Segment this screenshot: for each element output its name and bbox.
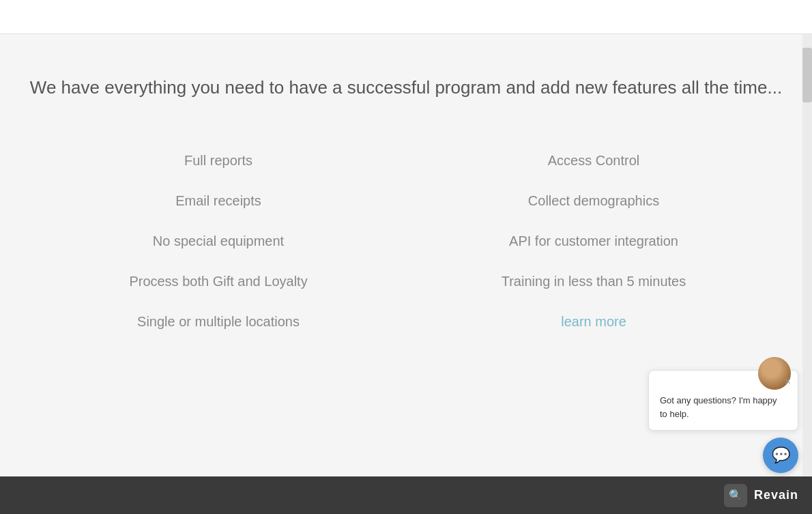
scrollbar[interactable] bbox=[802, 34, 812, 476]
chat-close-button[interactable]: × bbox=[785, 376, 791, 387]
feature-api-integration: API for customer integration bbox=[406, 221, 781, 261]
feature-collect-demographics: Collect demographics bbox=[406, 181, 781, 221]
chat-open-button[interactable]: 💬 bbox=[763, 438, 798, 473]
chat-bubble-text: Got any questions? I'm happy to help. bbox=[660, 394, 787, 420]
chat-button-icon: 💬 bbox=[772, 446, 790, 464]
page-headline: We have everything you need to have a su… bbox=[27, 75, 785, 100]
chat-bubble: × Got any questions? I'm happy to help. bbox=[648, 370, 798, 431]
feature-training-minutes: Training in less than 5 minutes bbox=[406, 261, 781, 302]
feature-single-multiple-locations: Single or multiple locations bbox=[31, 302, 406, 342]
scrollbar-thumb[interactable] bbox=[802, 48, 812, 102]
main-content-area: We have everything you need to have a su… bbox=[0, 34, 812, 369]
feature-access-control: Access Control bbox=[406, 141, 781, 181]
features-right-column: Access Control Collect demographics API … bbox=[406, 141, 781, 342]
revain-label: Revain bbox=[754, 488, 798, 502]
features-left-column: Full reports Email receipts No special e… bbox=[31, 141, 406, 342]
feature-email-receipts: Email receipts bbox=[31, 181, 406, 221]
learn-more-link[interactable]: learn more bbox=[547, 302, 640, 342]
top-navigation-bar bbox=[0, 0, 812, 34]
revain-bottom-bar: 🔍 Revain bbox=[0, 476, 812, 514]
revain-search-icon: 🔍 bbox=[729, 489, 742, 502]
feature-process-gift-loyalty: Process both Gift and Loyalty bbox=[31, 261, 406, 302]
feature-no-special-equipment: No special equipment bbox=[31, 221, 406, 261]
features-grid: Full reports Email receipts No special e… bbox=[31, 141, 781, 342]
revain-icon: 🔍 bbox=[724, 484, 747, 507]
feature-full-reports: Full reports bbox=[31, 141, 406, 181]
chat-widget: × Got any questions? I'm happy to help. … bbox=[648, 370, 798, 473]
